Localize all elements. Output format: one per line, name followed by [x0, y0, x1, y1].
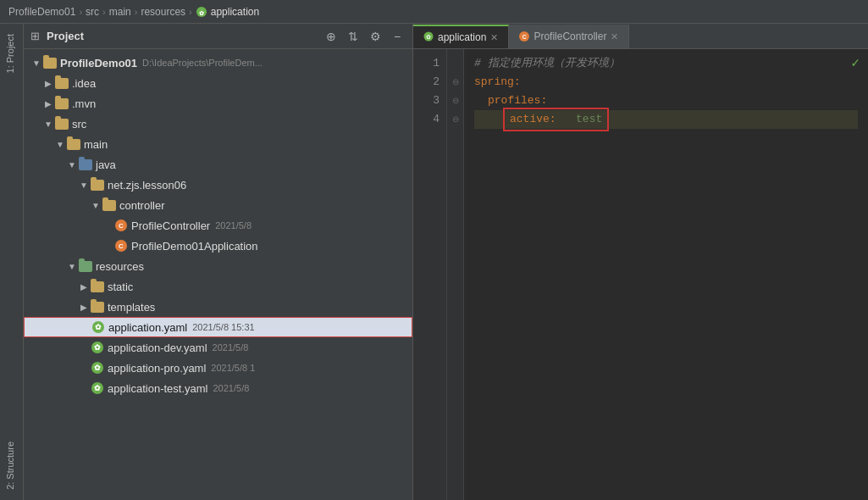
panel-title: Project [47, 30, 318, 42]
tree-item-static[interactable]: ▶ static [24, 276, 412, 297]
tab-application-label: application [438, 31, 486, 43]
label-src: src [72, 118, 86, 131]
arrow-root[interactable]: ▼ [30, 58, 42, 68]
meta-profilecontroller: 2021/5/8 [215, 220, 252, 231]
svg-text:✿: ✿ [426, 34, 431, 40]
tab-profilecontroller[interactable]: C ProfileController ✕ [509, 25, 629, 48]
tree-item-controller[interactable]: ▼ controller [24, 195, 412, 215]
label-mvn: .mvn [72, 97, 96, 110]
globe-icon-btn[interactable]: ⊕ [323, 28, 340, 45]
java-icon-profilecontroller: C [113, 219, 129, 231]
breadcrumb-src[interactable]: src [86, 6, 99, 18]
gear-icon-btn[interactable]: ⚙ [367, 28, 384, 45]
tree-item-pro-yaml[interactable]: ✿ application-pro.yaml 2021/5/8 1 [24, 358, 412, 378]
arrow-resources[interactable]: ▼ [66, 262, 78, 271]
meta-test-yaml: 2021/5/8 [213, 383, 250, 393]
tree-item-test-yaml[interactable]: ✿ application-test.yaml 2021/5/8 [24, 378, 412, 398]
spring-icon-dev-yaml: ✿ [90, 342, 105, 353]
label-root: ProfileDemo01 [60, 57, 137, 69]
breadcrumb-sep-1: › [79, 7, 82, 17]
folder-icon-root [42, 58, 58, 69]
java-icon-tab: C [519, 31, 529, 42]
fold-gutter-4: ⊖ [447, 110, 463, 129]
arrow-mvn[interactable]: ▶ [42, 99, 54, 108]
active-test-box: active: test [503, 108, 609, 131]
arrow-java[interactable]: ▼ [66, 160, 78, 169]
folder-icon-controller [102, 200, 117, 211]
sidebar-item-structure[interactable]: 2: Structure [0, 431, 23, 500]
meta-root: D:\IdeaProjects\ProfileDem... [142, 58, 263, 68]
code-editor[interactable]: 1 2 3 4 ⊖ ⊖ ⊖ # 指定使用环境（开发环境） spring: [413, 49, 868, 500]
arrow-package[interactable]: ▼ [78, 181, 90, 190]
tree-item-dev-yaml[interactable]: ✿ application-dev.yaml 2021/5/8 [24, 337, 412, 358]
folder-icon-idea [54, 78, 69, 89]
tab-profilecontroller-close[interactable]: ✕ [611, 31, 618, 42]
code-content[interactable]: # 指定使用环境（开发环境） spring: profiles: active: [464, 49, 868, 500]
tree-item-main[interactable]: ▼ main [24, 134, 412, 154]
line4-key: active: [510, 113, 556, 125]
folder-icon-main [66, 139, 81, 150]
breadcrumb-sep-4: › [189, 7, 192, 17]
arrows-icon-btn[interactable]: ⇅ [345, 28, 362, 45]
breadcrumb-resources[interactable]: resources [141, 6, 185, 18]
tree-item-package[interactable]: ▼ net.zjs.lesson06 [24, 175, 412, 195]
breadcrumb-project[interactable]: ProfileDemo01 [8, 6, 75, 18]
project-panel: ⊞ Project ⊕ ⇅ ⚙ − ▼ ProfileDemo01 D:\Ide… [24, 24, 413, 500]
label-templates: templates [108, 301, 155, 314]
java-icon-profileapp: C [113, 240, 129, 252]
folder-icon-java [78, 159, 93, 170]
folder-icon-static [90, 281, 105, 292]
spring-icon-breadcrumb: ✿ [196, 6, 207, 18]
svg-text:✿: ✿ [199, 9, 204, 15]
tree-item-idea[interactable]: ▶ .idea [24, 73, 412, 93]
arrow-src[interactable]: ▼ [42, 119, 54, 129]
folder-icon-templates [90, 302, 105, 313]
tree-item-profileapp[interactable]: C ProfileDemo01Application [24, 236, 412, 256]
tab-application[interactable]: ✿ application ✕ [413, 25, 509, 48]
line-numbers: 1 2 3 4 [413, 49, 447, 500]
folder-icon-resources [78, 261, 93, 272]
fold-gutter-2: ⊖ [447, 73, 463, 92]
line4-space [562, 113, 569, 125]
label-java: java [96, 158, 116, 171]
tree-item-application-yaml[interactable]: ✿ application.yaml 2021/5/8 15:31 [24, 317, 412, 337]
spring-icon-test-yaml: ✿ [90, 382, 105, 394]
line2-key: spring: [474, 73, 521, 92]
arrow-main[interactable]: ▼ [54, 140, 66, 149]
file-tree[interactable]: ▼ ProfileDemo01 D:\IdeaProjects\ProfileD… [24, 49, 412, 500]
meta-pro-yaml: 2021/5/8 1 [211, 363, 255, 373]
label-profilecontroller: ProfileController [131, 219, 210, 232]
breadcrumb-main[interactable]: main [109, 6, 131, 18]
tree-item-src[interactable]: ▼ src [24, 114, 412, 134]
breadcrumb-bar: ProfileDemo01 › src › main › resources ›… [0, 0, 868, 24]
arrow-idea[interactable]: ▶ [42, 79, 54, 88]
folder-icon-mvn [54, 98, 69, 109]
tree-item-resources[interactable]: ▼ resources [24, 256, 412, 276]
label-test-yaml: application-test.yaml [108, 382, 208, 395]
main-layout: 1: Project 2: Structure ⊞ Project ⊕ ⇅ ⚙ … [0, 24, 868, 500]
line1-comment: # 指定使用环境（开发环境） [474, 54, 620, 73]
label-resources: resources [96, 260, 144, 273]
tab-application-close[interactable]: ✕ [490, 32, 498, 43]
tree-item-java[interactable]: ▼ java [24, 154, 412, 175]
tree-item-root[interactable]: ▼ ProfileDemo01 D:\IdeaProjects\ProfileD… [24, 53, 412, 73]
sidebar-item-project[interactable]: 1: Project [0, 24, 23, 83]
tree-item-profilecontroller[interactable]: C ProfileController 2021/5/8 [24, 215, 412, 236]
panel-header: ⊞ Project ⊕ ⇅ ⚙ − [24, 24, 412, 49]
label-controller: controller [119, 199, 164, 212]
arrow-static[interactable]: ▶ [78, 282, 90, 292]
label-profileapp: ProfileDemo01Application [131, 240, 258, 253]
minus-icon-btn[interactable]: − [389, 28, 406, 45]
code-line-4: active: test [474, 110, 858, 129]
arrow-controller[interactable]: ▼ [90, 201, 102, 210]
meta-app-yaml: 2021/5/8 15:31 [192, 322, 254, 332]
editor-tabs: ✿ application ✕ C ProfileController ✕ [413, 24, 868, 49]
tree-item-templates[interactable]: ▶ templates [24, 297, 412, 317]
meta-dev-yaml: 2021/5/8 [213, 342, 249, 353]
label-package: net.zjs.lesson06 [108, 179, 186, 192]
breadcrumb-application[interactable]: application [211, 6, 259, 18]
tree-item-mvn[interactable]: ▶ .mvn [24, 93, 412, 114]
folder-icon-package [90, 180, 105, 191]
arrow-templates[interactable]: ▶ [78, 303, 90, 312]
label-pro-yaml: application-pro.yaml [108, 362, 206, 375]
